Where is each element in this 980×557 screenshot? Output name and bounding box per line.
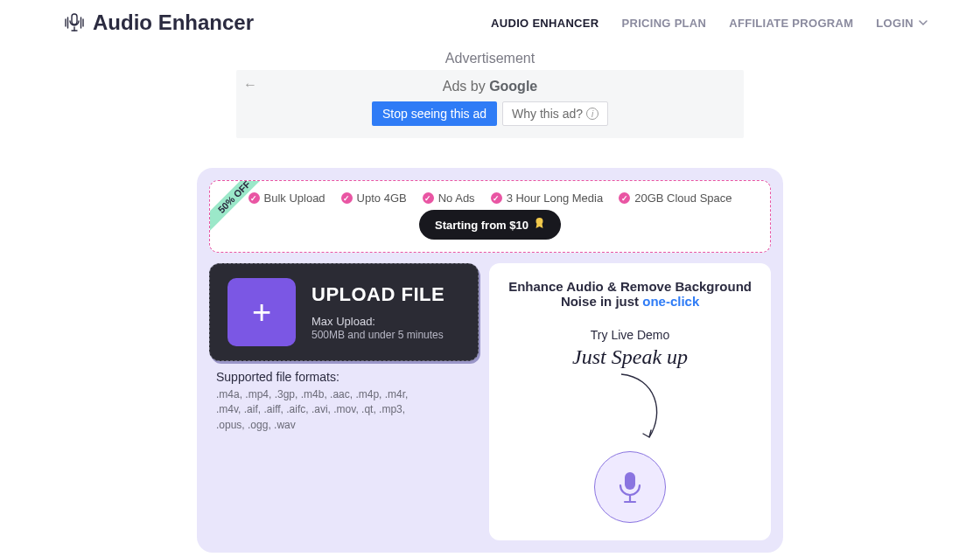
try-live-demo-label: Try Live Demo	[501, 328, 759, 342]
nav-affiliate-program[interactable]: AFFILIATE PROGRAM	[729, 17, 853, 30]
stop-seeing-ad-button[interactable]: Stop seeing this ad	[372, 101, 497, 126]
check-icon: ✓	[423, 192, 434, 204]
nav-audio-enhancer[interactable]: AUDIO ENHANCER	[491, 17, 598, 30]
upload-max-label: Max Upload:	[312, 315, 444, 328]
microphone-waves-icon	[63, 11, 86, 34]
ad-title-brand: Google	[489, 79, 537, 94]
hero-title: Enhance Audio & Remove Background Noise …	[501, 279, 759, 309]
upload-title: UPLOAD FILE	[312, 283, 444, 306]
microphone-record-button[interactable]	[594, 451, 666, 523]
feature-upto-4gb: ✓Upto 4GB	[341, 191, 407, 205]
main-card: 50% OFF ✓Bulk Upload ✓Upto 4GB ✓No Ads ✓…	[197, 168, 783, 553]
ad-title: Ads by Google	[245, 79, 735, 94]
microphone-icon	[615, 470, 645, 505]
nav-pricing-plan[interactable]: PRICING PLAN	[621, 17, 706, 30]
price-pill[interactable]: Starting from $10	[419, 210, 561, 240]
feature-cloud-space: ✓20GB Cloud Space	[619, 191, 732, 205]
discount-ribbon: 50% OFF	[209, 180, 275, 237]
award-badge-icon	[534, 217, 545, 233]
check-icon: ✓	[341, 192, 353, 204]
ad-title-prefix: Ads by	[443, 79, 489, 94]
svg-rect-2	[625, 472, 635, 490]
feature-no-ads: ✓No Ads	[423, 191, 475, 205]
chevron-down-icon	[919, 18, 928, 27]
supported-formats-list: .m4a, .mp4, .3gp, .m4b, .aac, .m4p, .m4r…	[216, 387, 435, 433]
check-icon: ✓	[491, 192, 502, 204]
price-label: Starting from $10	[435, 219, 528, 232]
why-this-ad-label: Why this ad?	[512, 107, 583, 121]
brand-name: Audio Enhancer	[93, 10, 254, 35]
one-click-link[interactable]: one-click	[642, 294, 699, 309]
check-icon: ✓	[619, 192, 630, 204]
feature-bulk-upload: ✓Bulk Upload	[248, 191, 326, 205]
plus-icon: +	[228, 278, 296, 346]
advertisement-panel: ← Ads by Google Stop seeing this ad Why …	[236, 70, 744, 138]
supported-formats-title: Supported file formats:	[216, 370, 472, 384]
advertisement-label: Advertisement	[0, 51, 980, 66]
upload-max-value: 500MB and under 5 minutes	[312, 329, 444, 341]
top-nav: AUDIO ENHANCER PRICING PLAN AFFILIATE PR…	[491, 17, 928, 30]
svg-point-1	[536, 218, 542, 225]
just-speak-up-text: Just Speak up	[501, 345, 759, 369]
feature-3-hour-media: ✓3 Hour Long Media	[491, 191, 604, 205]
info-icon: i	[586, 108, 598, 120]
login-label: LOGIN	[876, 17, 914, 30]
promo-banner: 50% OFF ✓Bulk Upload ✓Upto 4GB ✓No Ads ✓…	[209, 180, 771, 253]
check-icon: ✓	[248, 192, 260, 204]
nav-login[interactable]: LOGIN	[876, 17, 928, 30]
upload-file-card[interactable]: + UPLOAD FILE Max Upload: 500MB and unde…	[209, 263, 479, 361]
ad-back-arrow-icon[interactable]: ←	[243, 77, 257, 93]
live-demo-panel: Enhance Audio & Remove Background Noise …	[489, 263, 771, 540]
curved-arrow-icon	[569, 369, 691, 448]
svg-rect-0	[72, 14, 77, 24]
why-this-ad-button[interactable]: Why this ad? i	[502, 101, 608, 126]
brand-logo[interactable]: Audio Enhancer	[63, 10, 254, 35]
